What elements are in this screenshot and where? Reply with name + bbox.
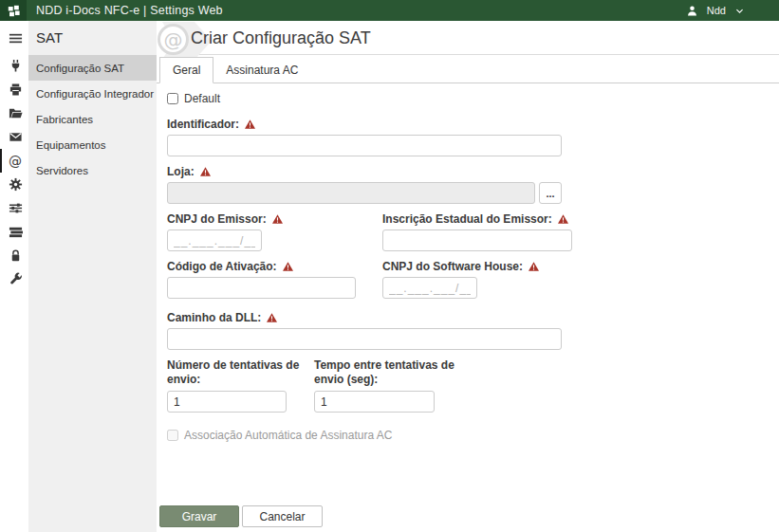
loja-browse-button[interactable]: ... bbox=[539, 182, 562, 204]
sat-form: Default Identificador: Loja: ... bbox=[167, 92, 746, 442]
top-bar: NDD i-Docs NFC-e | Settings Web Ndd bbox=[0, 0, 779, 21]
associacao-checkbox-label: Associação Automática de Assinatura AC bbox=[184, 429, 392, 442]
sidebar-item-fabricantes[interactable]: Fabricantes bbox=[28, 106, 157, 132]
sidebar-item-configuracao-integrador[interactable]: Configuração Integrador bbox=[28, 81, 157, 106]
sidebar-header: SAT bbox=[28, 21, 157, 55]
tab-strip: Geral Assinatura AC bbox=[157, 58, 779, 83]
server-icon[interactable] bbox=[0, 220, 28, 244]
caminho-dll-label: Caminho da DLL: bbox=[167, 311, 261, 324]
codigo-ativacao-input[interactable] bbox=[167, 277, 356, 299]
user-icon bbox=[686, 5, 698, 17]
wrench-icon[interactable] bbox=[0, 267, 28, 291]
default-checkbox-label: Default bbox=[184, 92, 220, 105]
codigo-ativacao-label: Código de Ativação: bbox=[167, 260, 277, 273]
loja-field: Loja: ... bbox=[167, 165, 746, 204]
form-actions: Gravar Cancelar bbox=[159, 505, 323, 527]
mail-icon[interactable] bbox=[0, 125, 28, 149]
cnpj-emissor-input[interactable] bbox=[167, 229, 262, 251]
header-divider bbox=[187, 54, 779, 55]
associacao-checkbox-row: Associação Automática de Assinatura AC bbox=[167, 429, 746, 442]
num-tentativas-label: Número de tentativas de envio: bbox=[167, 358, 305, 387]
cnpj-row: CNPJ do Emissor: Inscrição Estadual do E… bbox=[167, 212, 746, 251]
sidebar-item-servidores[interactable]: Servidores bbox=[28, 157, 157, 183]
tempo-tentativas-input[interactable] bbox=[314, 391, 435, 413]
required-warning-icon bbox=[272, 214, 283, 224]
cnpj-software-house-field: CNPJ do Software House: bbox=[382, 260, 539, 299]
loja-input bbox=[167, 182, 535, 204]
required-warning-icon bbox=[558, 214, 568, 224]
codigo-ativacao-field: Código de Ativação: bbox=[167, 260, 382, 299]
required-warning-icon bbox=[529, 262, 539, 271]
user-name: Ndd bbox=[707, 5, 726, 16]
sliders-icon[interactable] bbox=[0, 196, 28, 220]
identificador-field: Identificador: bbox=[167, 118, 746, 156]
at-watermark-circle: @ bbox=[158, 24, 189, 55]
required-warning-icon bbox=[267, 313, 277, 322]
lock-icon[interactable] bbox=[0, 244, 28, 267]
nav-icon-strip: @ bbox=[0, 21, 28, 532]
app-title: NDD i-Docs NFC-e | Settings Web bbox=[36, 4, 223, 17]
associacao-checkbox bbox=[167, 430, 178, 441]
tab-geral[interactable]: Geral bbox=[159, 57, 213, 83]
identificador-label: Identificador: bbox=[167, 118, 239, 131]
at-sign-icon[interactable]: @ bbox=[0, 149, 28, 173]
cnpj-emissor-field: CNPJ do Emissor: bbox=[167, 212, 382, 251]
inscricao-estadual-input[interactable] bbox=[382, 229, 572, 251]
app-logo bbox=[0, 0, 27, 21]
cnpj-emissor-label: CNPJ do Emissor: bbox=[167, 212, 267, 226]
tentativas-row: Número de tentativas de envio: Tempo ent… bbox=[167, 358, 746, 413]
cancel-button[interactable]: Cancelar bbox=[242, 505, 323, 527]
ativacao-row: Código de Ativação: CNPJ do Software Hou… bbox=[167, 260, 746, 299]
folder-open-icon[interactable] bbox=[0, 101, 28, 125]
hamburger-menu-icon[interactable] bbox=[0, 27, 28, 50]
identificador-input[interactable] bbox=[167, 135, 562, 156]
required-warning-icon bbox=[283, 262, 293, 271]
page-title: Criar Configuração SAT bbox=[191, 28, 371, 48]
inscricao-estadual-field: Inscrição Estadual do Emissor: bbox=[382, 212, 572, 251]
num-tentativas-field: Número de tentativas de envio: bbox=[167, 358, 305, 413]
required-warning-icon bbox=[200, 167, 211, 176]
tempo-tentativas-label: Tempo entre tentativas de envio (seg): bbox=[314, 358, 456, 387]
sidebar-item-equipamentos[interactable]: Equipamentos bbox=[28, 132, 157, 157]
cnpj-software-house-input[interactable] bbox=[382, 277, 477, 299]
required-warning-icon bbox=[245, 119, 255, 129]
loja-label: Loja: bbox=[167, 165, 195, 178]
default-checkbox[interactable] bbox=[167, 93, 178, 104]
save-button[interactable]: Gravar bbox=[159, 505, 239, 527]
inscricao-estadual-label: Inscrição Estadual do Emissor: bbox=[382, 212, 552, 226]
num-tentativas-input[interactable] bbox=[167, 391, 287, 413]
grid-logo-icon bbox=[8, 5, 20, 17]
cnpj-software-house-label: CNPJ do Software House: bbox=[382, 260, 523, 273]
caminho-dll-input[interactable] bbox=[167, 328, 562, 350]
plug-icon[interactable] bbox=[0, 54, 28, 78]
sidebar: SAT Configuração SAT Configuração Integr… bbox=[28, 21, 157, 532]
user-menu[interactable]: Ndd bbox=[686, 5, 779, 17]
chevron-down-icon bbox=[734, 6, 745, 16]
tab-assinatura-ac[interactable]: Assinatura AC bbox=[213, 58, 310, 83]
default-checkbox-row: Default bbox=[167, 92, 746, 105]
tempo-tentativas-field: Tempo entre tentativas de envio (seg): bbox=[314, 358, 456, 413]
caminho-dll-field: Caminho da DLL: bbox=[167, 311, 746, 350]
sidebar-item-configuracao-sat[interactable]: Configuração SAT bbox=[28, 55, 157, 81]
main-content: @ Criar Configuração SAT Geral Assinatur… bbox=[157, 21, 779, 532]
gear-icon[interactable] bbox=[0, 173, 28, 196]
printer-icon[interactable] bbox=[0, 78, 28, 101]
